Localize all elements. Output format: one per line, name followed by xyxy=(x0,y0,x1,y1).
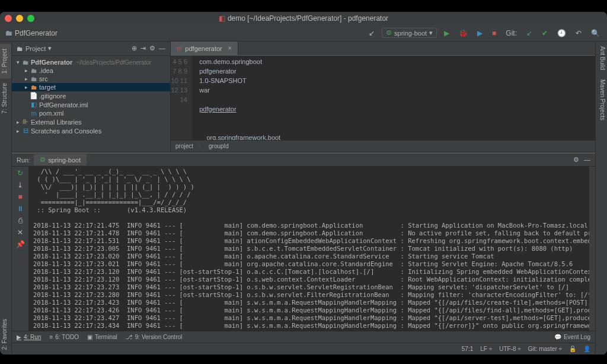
editor-area: m pdfgenerator × 4 5 6 7 8 9 10 11 12 13… xyxy=(171,41,595,152)
main-toolbar: 🖿 PdfGenerator ↙ ⚙ spring-boot ▾ ▶ 🐞 ▶ ■… xyxy=(0,25,607,41)
chevron-down-icon[interactable]: ▾ xyxy=(14,59,21,65)
terminal-toolwindow-tab[interactable]: ▣ Terminal xyxy=(87,334,117,340)
run-config-selector[interactable]: ⚙ spring-boot ▾ xyxy=(382,28,437,38)
editor-tab-pom[interactable]: m pdfgenerator × xyxy=(171,41,238,55)
scratches-icon: ⊟ xyxy=(21,127,30,135)
run-label: Run: xyxy=(17,157,30,164)
vcs-commit-button[interactable]: ✔ xyxy=(539,28,550,39)
maximize-window-button[interactable] xyxy=(27,15,34,22)
editor-code[interactable]: com.demo.springboot pdfgenerator 1.0-SNA… xyxy=(192,56,595,140)
hector-icon[interactable]: 👤 xyxy=(583,346,590,352)
project-view-icon: 🖿 xyxy=(17,45,23,52)
chevron-right-icon[interactable]: ▸ xyxy=(14,128,21,134)
ant-build-tab[interactable]: Ant Build xyxy=(596,41,607,75)
run-side-toolbar: ↻ ⤓ ■ ⏸ ⎙ ✕ 📌 xyxy=(12,167,28,331)
chevron-right-icon[interactable]: ▸ xyxy=(14,119,21,125)
close-button[interactable]: ✕ xyxy=(17,228,23,237)
vertical-scrollbar[interactable] xyxy=(589,167,595,331)
editor-body[interactable]: 4 5 6 7 8 9 10 11 12 13 14 com.demo.spri… xyxy=(171,56,595,140)
line-separator[interactable]: LF ÷ xyxy=(480,346,492,352)
rerun-button[interactable]: ↻ xyxy=(17,169,23,177)
build-button[interactable]: ↙ xyxy=(366,28,377,39)
gear-icon[interactable]: ⚙ xyxy=(149,44,155,52)
project-tree[interactable]: ▾ 🖿 PdfGenerator ~/IdeaProjects/PdfGener… xyxy=(12,56,170,152)
maven-projects-tab[interactable]: Maven Projects xyxy=(596,75,607,125)
folder-icon: 🖿 xyxy=(30,67,38,74)
run-toolwindow-tab[interactable]: ▶ 4: Run xyxy=(17,334,41,340)
favorites-toolwindow-tab[interactable]: 2: Favorites xyxy=(0,314,11,355)
hide-panel-icon[interactable]: — xyxy=(584,156,590,164)
editor-tabs: m pdfgenerator × xyxy=(171,41,595,56)
maven-icon: m xyxy=(177,45,181,52)
titlebar: ◧demo [~/IdeaProjects/PdfGenerator] - pd… xyxy=(0,12,607,25)
pin-button[interactable]: 📌 xyxy=(16,240,25,248)
module-icon: 🖿 xyxy=(21,59,30,66)
stop-button[interactable]: ■ xyxy=(18,193,22,201)
run-tab[interactable]: ⚙ spring-boot xyxy=(34,154,87,165)
window-controls xyxy=(5,15,34,22)
chevron-right-icon[interactable]: ▸ xyxy=(23,76,30,82)
print-button[interactable]: ⎙ xyxy=(18,216,23,225)
close-window-button[interactable] xyxy=(5,15,12,22)
collapse-all-icon[interactable]: ⇥ xyxy=(140,44,146,52)
gear-icon[interactable]: ⚙ xyxy=(573,156,579,164)
tree-item-scratches[interactable]: ▸ ⊟ Scratches and Consoles xyxy=(12,126,170,135)
caret-position[interactable]: 57:1 xyxy=(462,346,473,352)
hide-panel-icon[interactable]: — xyxy=(159,44,165,52)
tree-item-gitignore[interactable]: 📄 .gitignore xyxy=(12,91,170,100)
pause-button[interactable]: ⏸ xyxy=(17,205,24,213)
gear-icon: ⚙ xyxy=(386,29,392,37)
project-toolwindow-tab[interactable]: 1: Project xyxy=(0,44,11,78)
left-gutter: 1: Project 7: Structure 2: Favorites xyxy=(0,41,12,355)
scroll-from-source-icon[interactable]: ⊕ xyxy=(132,44,137,52)
coverage-button[interactable]: ▶ xyxy=(475,28,485,39)
chevron-right-icon[interactable]: ▸ xyxy=(23,68,30,74)
window-title: ◧demo [~/IdeaProjects/PdfGenerator] - pd… xyxy=(219,14,388,23)
tree-item-target[interactable]: ▸ 🖿 target xyxy=(12,83,170,91)
event-log-tab[interactable]: 💬 Event Log xyxy=(554,334,590,340)
encoding[interactable]: UTF-8 ÷ xyxy=(499,346,521,352)
vcs-toolwindow-tab[interactable]: ⎇ 9: Version Control xyxy=(126,334,183,340)
git-branch-widget[interactable]: Git: master ÷ xyxy=(528,346,562,352)
nav-breadcrumb[interactable]: PdfGenerator xyxy=(15,29,57,37)
statusbar: 57:1 LF ÷ UTF-8 ÷ Git: master ÷ 🔓 👤 xyxy=(12,343,595,355)
tree-item-pom[interactable]: m pom.xml xyxy=(12,109,170,117)
tree-item-src[interactable]: ▸ 🖿 src xyxy=(12,75,170,83)
search-icon[interactable]: 🔍 xyxy=(589,28,602,39)
tree-item-external-libs[interactable]: ▸ ⊪ External Libraries xyxy=(12,117,170,126)
vcs-revert-button[interactable]: ↶ xyxy=(573,28,584,39)
vcs-history-button[interactable]: 🕘 xyxy=(555,28,568,39)
project-view-label[interactable]: Project xyxy=(25,45,46,52)
close-icon[interactable]: × xyxy=(228,45,232,52)
chevron-down-icon[interactable]: ▾ xyxy=(48,44,52,52)
tree-root[interactable]: ▾ 🖿 PdfGenerator ~/IdeaProjects/PdfGener… xyxy=(12,58,170,66)
git-label: Git: xyxy=(503,28,519,39)
structure-toolwindow-tab[interactable]: 7: Structure xyxy=(0,78,11,119)
project-panel-header: 🖿 Project ▾ ⊕ ⇥ ⚙ — xyxy=(12,41,170,56)
breadcrumb-item[interactable]: project xyxy=(175,143,193,149)
stop-button[interactable]: ■ xyxy=(490,28,499,39)
maven-icon: m xyxy=(30,110,38,117)
folder-icon: 🖿 xyxy=(5,28,12,37)
right-gutter: Ant Build Maven Projects xyxy=(595,41,607,355)
lock-icon[interactable]: 🔓 xyxy=(569,346,576,352)
chevron-right-icon[interactable]: ▸ xyxy=(23,84,30,90)
run-button[interactable]: ▶ xyxy=(442,28,452,39)
attach-button[interactable]: ⤓ xyxy=(17,181,23,189)
bottom-toolbar: ▶ 4: Run ≡ 6: TODO ▣ Terminal ⎇ 9: Versi… xyxy=(12,331,595,343)
debug-button[interactable]: 🐞 xyxy=(456,28,470,39)
breadcrumb-item[interactable]: groupId xyxy=(209,143,229,149)
main-area: 1: Project 7: Structure 2: Favorites 🖿 P… xyxy=(0,41,607,355)
vcs-update-button[interactable]: ↙ xyxy=(524,28,535,39)
folder-icon: 🖿 xyxy=(30,84,38,91)
todo-toolwindow-tab[interactable]: ≡ 6: TODO xyxy=(49,334,79,340)
editor-gutter: 4 5 6 7 8 9 10 11 12 13 14 xyxy=(171,56,192,140)
gear-icon: ⚙ xyxy=(40,156,46,164)
console-output[interactable]: /\\ / ___'_ __ _ _(_)_ __ __ _ \ \ \ \ (… xyxy=(28,167,589,331)
app-icon: ◧ xyxy=(219,14,225,23)
tree-item-iml[interactable]: ◧ PdfGenerator.iml xyxy=(12,100,170,109)
run-panel-header: Run: ⚙ spring-boot ⚙ — xyxy=(12,152,595,167)
minimize-window-button[interactable] xyxy=(16,15,23,22)
library-icon: ⊪ xyxy=(21,118,30,126)
tree-item-idea[interactable]: ▸ 🖿 .idea xyxy=(12,66,170,75)
